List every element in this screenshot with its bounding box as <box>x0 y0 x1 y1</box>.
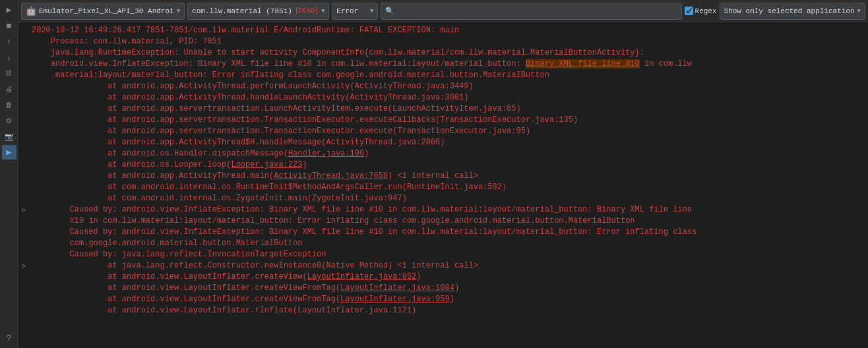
log-text: java.lang.RuntimeException: Unable to st… <box>32 47 644 58</box>
expand-icon[interactable] <box>22 103 32 115</box>
log-line: at android.app.ActivityThread$H.handleMe… <box>20 137 867 148</box>
log-line: at android.app.servertransaction.LaunchA… <box>20 103 867 115</box>
log-text: at android.app.ActivityThread.handleLaun… <box>32 92 469 103</box>
log-text: #10 in com.llw.material:layout/material_… <box>32 216 635 226</box>
log-line: at android.view.LayoutInflater.createVie… <box>20 283 867 294</box>
expand-icon[interactable] <box>22 115 32 126</box>
log-line: at android.app.ActivityThread.main(Activ… <box>20 171 867 182</box>
log-line: at android.view.LayoutInflater.rInflate(… <box>20 305 867 316</box>
main-content: 🤖 Emulator_Pixel_XL_API_30 Androi ▼ com.… <box>18 0 868 348</box>
expand-icon[interactable] <box>22 272 32 283</box>
log-text: com.google.android.material.button.Mater… <box>32 238 302 248</box>
log-text: at java.lang.reflect.Constructor.newInst… <box>32 260 478 271</box>
log-text: at android.app.ActivityThread.performLau… <box>32 81 474 92</box>
log-text: at com.android.internal.os.RuntimeInit$M… <box>32 182 507 192</box>
log-line: at android.app.servertransaction.Transac… <box>20 115 867 126</box>
log-line: at android.app.ActivityThread.handleLaun… <box>20 92 867 103</box>
log-text: at com.android.internal.os.ZygoteInit.ma… <box>32 193 407 204</box>
expand-icon[interactable] <box>22 36 32 47</box>
print-icon[interactable]: 🖨 <box>2 82 16 96</box>
clear-icon[interactable]: 🗑 <box>2 98 16 112</box>
expand-icon[interactable] <box>22 81 32 92</box>
log-text: Caused by: java.lang.reflect.InvocationT… <box>32 249 326 260</box>
show-selected-dropdown[interactable]: Show only selected application ▼ <box>720 3 865 20</box>
android-device-icon: 🤖 <box>26 6 36 16</box>
log-line: at android.view.LayoutInflater.createVie… <box>20 294 867 305</box>
stop-icon[interactable]: ■ <box>2 18 16 33</box>
level-dropdown-arrow: ▼ <box>370 8 373 14</box>
settings-icon[interactable]: ⚙ <box>2 113 16 128</box>
level-dropdown[interactable]: Error ▼ <box>332 3 378 20</box>
log-text: at android.view.LayoutInflater.createVie… <box>32 294 454 304</box>
log-line: 2020-10-12 16:49:26.417 7851-7851/com.ll… <box>20 25 867 36</box>
expand-icon-expandable[interactable]: ▷ <box>22 260 32 272</box>
sidebar: ▶ ■ ↑ ↓ ⊟ 🖨 🗑 ⚙ 📷 ▶ ? <box>0 0 18 348</box>
log-line: java.lang.RuntimeException: Unable to st… <box>20 47 867 59</box>
expand-icon-expandable[interactable]: ▷ <box>22 204 32 216</box>
expand-icon[interactable] <box>22 294 32 305</box>
log-line: at android.os.Handler.dispatchMessage(Ha… <box>20 148 867 160</box>
expand-icon[interactable] <box>22 59 32 70</box>
level-label: Error <box>336 7 358 15</box>
down-icon[interactable]: ↓ <box>2 50 16 65</box>
help-icon[interactable]: ? <box>2 331 16 345</box>
log-line: at android.os.Looper.loop(Looper.java:22… <box>20 160 867 171</box>
log-text: at android.view.LayoutInflater.createVie… <box>32 272 421 282</box>
log-line: ▷ at java.lang.reflect.Constructor.newIn… <box>20 260 867 272</box>
log-line: at android.view.LayoutInflater.createVie… <box>20 272 867 283</box>
device-dropdown-arrow: ▼ <box>177 8 180 14</box>
log-text: at android.app.servertransaction.Transac… <box>32 115 578 125</box>
expand-icon[interactable] <box>22 160 32 171</box>
log-text: 2020-10-12 16:49:26.417 7851-7851/com.ll… <box>32 25 459 36</box>
regex-check[interactable]: Regex <box>685 7 717 15</box>
app-dropdown-arrow: ▼ <box>321 8 325 14</box>
expand-icon[interactable] <box>22 47 32 59</box>
search-input[interactable] <box>397 7 677 15</box>
expand-icon[interactable] <box>22 126 32 137</box>
device-label: Emulator_Pixel_XL_API_30 Androi <box>39 7 174 15</box>
log-area[interactable]: 2020-10-12 16:49:26.417 7851-7851/com.ll… <box>18 22 868 348</box>
expand-icon[interactable] <box>22 171 32 182</box>
run-icon[interactable]: ▶ <box>2 3 16 17</box>
expand-icon[interactable] <box>22 238 32 249</box>
expand-icon[interactable] <box>22 227 32 238</box>
expand-icon[interactable] <box>22 137 32 148</box>
log-line: Process: com.llw.material, PID: 7851 <box>20 36 867 47</box>
search-box[interactable]: 🔍 <box>381 3 681 20</box>
up-icon[interactable]: ↑ <box>2 34 16 49</box>
app-label: com.llw.material (7851) <box>192 7 292 15</box>
device-dropdown[interactable]: 🤖 Emulator_Pixel_XL_API_30 Androi ▼ <box>21 3 185 20</box>
expand-icon[interactable] <box>22 25 32 36</box>
log-line: com.google.android.material.button.Mater… <box>20 238 867 249</box>
expand-icon[interactable] <box>22 148 32 160</box>
expand-icon[interactable] <box>22 283 32 294</box>
log-line: android.view.InflateException: Binary XM… <box>20 59 867 70</box>
expand-icon[interactable] <box>22 216 32 227</box>
show-selected-label: Show only selected application <box>724 7 855 15</box>
log-text: at android.app.servertransaction.Transac… <box>32 126 530 136</box>
expand-icon[interactable] <box>22 249 32 260</box>
log-line: Caused by: java.lang.reflect.InvocationT… <box>20 249 867 260</box>
log-line: ▷ Caused by: android.view.InflateExcepti… <box>20 204 867 216</box>
search-icon: 🔍 <box>385 7 394 15</box>
log-text: at android.app.servertransaction.LaunchA… <box>32 103 521 114</box>
expand-icon[interactable] <box>22 92 32 103</box>
log-text: Caused by: android.view.InflateException… <box>32 227 697 237</box>
camera-icon[interactable]: 📷 <box>2 129 16 144</box>
regex-label: Regex <box>695 7 717 15</box>
log-text: at android.os.Looper.loop(Looper.java:22… <box>32 160 307 170</box>
log-text: at android.view.LayoutInflater.createVie… <box>32 283 459 293</box>
expand-icon[interactable] <box>22 182 32 193</box>
show-selected-arrow: ▼ <box>857 8 861 14</box>
log-text: .material:layout/material_button: Error … <box>32 70 549 80</box>
play-active-icon[interactable]: ▶ <box>2 145 16 160</box>
log-line: at android.app.ActivityThread.performLau… <box>20 81 867 92</box>
log-text: at android.view.LayoutInflater.rInflate(… <box>32 305 416 316</box>
expand-icon[interactable] <box>22 305 32 316</box>
expand-icon[interactable] <box>22 193 32 204</box>
expand-icon[interactable] <box>22 70 32 81</box>
filter-icon[interactable]: ⊟ <box>2 66 16 80</box>
log-line: at android.app.servertransaction.Transac… <box>20 126 867 137</box>
app-dropdown[interactable]: com.llw.material (7851) [DEAD] ▼ <box>187 3 329 20</box>
regex-checkbox[interactable] <box>685 7 693 15</box>
